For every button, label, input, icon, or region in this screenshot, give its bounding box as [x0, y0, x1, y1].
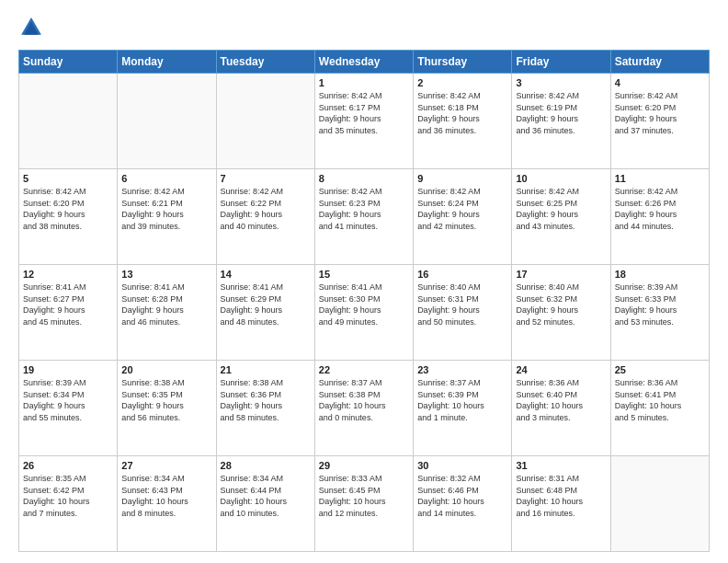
calendar-cell: 8Sunrise: 8:42 AM Sunset: 6:23 PM Daylig…	[314, 169, 413, 265]
day-number: 9	[417, 173, 507, 184]
calendar-cell: 26Sunrise: 8:35 AM Sunset: 6:42 PM Dayli…	[19, 456, 118, 552]
weekday-header: Sunday	[19, 51, 118, 74]
calendar-cell	[19, 74, 118, 169]
day-info: Sunrise: 8:36 AM Sunset: 6:41 PM Dayligh…	[615, 377, 705, 423]
day-info: Sunrise: 8:36 AM Sunset: 6:40 PM Dayligh…	[516, 377, 606, 423]
day-number: 7	[221, 173, 311, 184]
weekday-header: Friday	[512, 51, 610, 74]
day-info: Sunrise: 8:41 AM Sunset: 6:30 PM Dayligh…	[319, 282, 409, 327]
day-number: 23	[417, 364, 507, 375]
weekday-header: Tuesday	[216, 51, 314, 74]
day-info: Sunrise: 8:38 AM Sunset: 6:36 PM Dayligh…	[221, 377, 311, 423]
calendar-week-row: 19Sunrise: 8:39 AM Sunset: 6:34 PM Dayli…	[19, 361, 710, 456]
calendar-cell: 30Sunrise: 8:32 AM Sunset: 6:46 PM Dayli…	[414, 456, 512, 552]
day-number: 24	[516, 364, 606, 375]
day-number: 18	[615, 269, 705, 280]
day-number: 25	[615, 364, 705, 375]
calendar-cell: 1Sunrise: 8:42 AM Sunset: 6:17 PM Daylig…	[314, 74, 413, 169]
calendar: SundayMondayTuesdayWednesdayThursdayFrid…	[18, 50, 710, 552]
day-number: 10	[516, 173, 606, 184]
day-number: 19	[23, 364, 113, 375]
calendar-cell	[118, 74, 216, 169]
calendar-cell: 31Sunrise: 8:31 AM Sunset: 6:48 PM Dayli…	[512, 456, 610, 552]
header	[18, 15, 710, 40]
day-number: 20	[121, 364, 211, 375]
weekday-header: Monday	[118, 51, 216, 74]
day-info: Sunrise: 8:42 AM Sunset: 6:25 PM Dayligh…	[516, 186, 606, 232]
calendar-cell: 15Sunrise: 8:41 AM Sunset: 6:30 PM Dayli…	[314, 265, 413, 361]
day-number: 11	[615, 173, 705, 184]
calendar-cell: 18Sunrise: 8:39 AM Sunset: 6:33 PM Dayli…	[610, 265, 709, 361]
day-info: Sunrise: 8:42 AM Sunset: 6:20 PM Dayligh…	[23, 186, 113, 232]
day-info: Sunrise: 8:35 AM Sunset: 6:42 PM Dayligh…	[23, 473, 113, 519]
day-number: 4	[615, 77, 705, 88]
calendar-cell: 11Sunrise: 8:42 AM Sunset: 6:26 PM Dayli…	[610, 169, 709, 265]
logo	[18, 15, 48, 40]
day-info: Sunrise: 8:42 AM Sunset: 6:24 PM Dayligh…	[417, 186, 507, 232]
day-number: 13	[121, 269, 211, 280]
weekday-header: Wednesday	[314, 51, 413, 74]
day-number: 2	[417, 77, 507, 88]
day-info: Sunrise: 8:34 AM Sunset: 6:43 PM Dayligh…	[121, 473, 211, 519]
day-info: Sunrise: 8:37 AM Sunset: 6:38 PM Dayligh…	[319, 377, 409, 423]
day-number: 22	[319, 364, 409, 375]
day-info: Sunrise: 8:42 AM Sunset: 6:26 PM Dayligh…	[615, 186, 705, 232]
day-number: 1	[319, 77, 409, 88]
day-info: Sunrise: 8:42 AM Sunset: 6:22 PM Dayligh…	[221, 186, 311, 232]
calendar-cell: 12Sunrise: 8:41 AM Sunset: 6:27 PM Dayli…	[19, 265, 118, 361]
calendar-cell: 27Sunrise: 8:34 AM Sunset: 6:43 PM Dayli…	[118, 456, 216, 552]
calendar-cell	[216, 74, 314, 169]
day-info: Sunrise: 8:40 AM Sunset: 6:31 PM Dayligh…	[417, 282, 507, 327]
calendar-cell: 16Sunrise: 8:40 AM Sunset: 6:31 PM Dayli…	[414, 265, 512, 361]
calendar-cell: 10Sunrise: 8:42 AM Sunset: 6:25 PM Dayli…	[512, 169, 610, 265]
logo-icon	[18, 15, 44, 40]
calendar-cell: 9Sunrise: 8:42 AM Sunset: 6:24 PM Daylig…	[414, 169, 512, 265]
calendar-cell: 20Sunrise: 8:38 AM Sunset: 6:35 PM Dayli…	[118, 361, 216, 456]
calendar-cell: 7Sunrise: 8:42 AM Sunset: 6:22 PM Daylig…	[216, 169, 314, 265]
day-number: 14	[221, 269, 311, 280]
calendar-cell: 5Sunrise: 8:42 AM Sunset: 6:20 PM Daylig…	[19, 169, 118, 265]
day-info: Sunrise: 8:42 AM Sunset: 6:21 PM Dayligh…	[121, 186, 211, 232]
day-number: 17	[516, 269, 606, 280]
calendar-cell: 2Sunrise: 8:42 AM Sunset: 6:18 PM Daylig…	[414, 74, 512, 169]
day-info: Sunrise: 8:38 AM Sunset: 6:35 PM Dayligh…	[121, 377, 211, 423]
calendar-week-row: 1Sunrise: 8:42 AM Sunset: 6:17 PM Daylig…	[19, 74, 710, 169]
day-number: 3	[516, 77, 606, 88]
day-number: 30	[417, 460, 507, 471]
day-info: Sunrise: 8:37 AM Sunset: 6:39 PM Dayligh…	[417, 377, 507, 423]
day-number: 27	[121, 460, 211, 471]
day-number: 31	[516, 460, 606, 471]
day-number: 16	[417, 269, 507, 280]
calendar-cell: 22Sunrise: 8:37 AM Sunset: 6:38 PM Dayli…	[314, 361, 413, 456]
calendar-week-row: 26Sunrise: 8:35 AM Sunset: 6:42 PM Dayli…	[19, 456, 710, 552]
calendar-week-row: 5Sunrise: 8:42 AM Sunset: 6:20 PM Daylig…	[19, 169, 710, 265]
day-info: Sunrise: 8:41 AM Sunset: 6:29 PM Dayligh…	[221, 282, 311, 327]
day-info: Sunrise: 8:42 AM Sunset: 6:17 PM Dayligh…	[319, 90, 409, 136]
day-number: 26	[23, 460, 113, 471]
calendar-header-row: SundayMondayTuesdayWednesdayThursdayFrid…	[19, 51, 710, 74]
calendar-cell	[610, 456, 709, 552]
calendar-cell: 4Sunrise: 8:42 AM Sunset: 6:20 PM Daylig…	[610, 74, 709, 169]
day-info: Sunrise: 8:41 AM Sunset: 6:28 PM Dayligh…	[121, 282, 211, 327]
day-info: Sunrise: 8:31 AM Sunset: 6:48 PM Dayligh…	[516, 473, 606, 519]
day-number: 15	[319, 269, 409, 280]
calendar-week-row: 12Sunrise: 8:41 AM Sunset: 6:27 PM Dayli…	[19, 265, 710, 361]
page: SundayMondayTuesdayWednesdayThursdayFrid…	[0, 0, 728, 563]
day-info: Sunrise: 8:33 AM Sunset: 6:45 PM Dayligh…	[319, 473, 409, 519]
day-info: Sunrise: 8:34 AM Sunset: 6:44 PM Dayligh…	[221, 473, 311, 519]
calendar-cell: 21Sunrise: 8:38 AM Sunset: 6:36 PM Dayli…	[216, 361, 314, 456]
calendar-cell: 25Sunrise: 8:36 AM Sunset: 6:41 PM Dayli…	[610, 361, 709, 456]
calendar-cell: 28Sunrise: 8:34 AM Sunset: 6:44 PM Dayli…	[216, 456, 314, 552]
weekday-header: Saturday	[610, 51, 709, 74]
day-number: 28	[221, 460, 311, 471]
calendar-cell: 13Sunrise: 8:41 AM Sunset: 6:28 PM Dayli…	[118, 265, 216, 361]
day-info: Sunrise: 8:41 AM Sunset: 6:27 PM Dayligh…	[23, 282, 113, 327]
calendar-cell: 24Sunrise: 8:36 AM Sunset: 6:40 PM Dayli…	[512, 361, 610, 456]
day-number: 12	[23, 269, 113, 280]
day-info: Sunrise: 8:39 AM Sunset: 6:34 PM Dayligh…	[23, 377, 113, 423]
calendar-cell: 29Sunrise: 8:33 AM Sunset: 6:45 PM Dayli…	[314, 456, 413, 552]
day-number: 6	[121, 173, 211, 184]
calendar-cell: 14Sunrise: 8:41 AM Sunset: 6:29 PM Dayli…	[216, 265, 314, 361]
day-number: 21	[221, 364, 311, 375]
day-info: Sunrise: 8:32 AM Sunset: 6:46 PM Dayligh…	[417, 473, 507, 519]
